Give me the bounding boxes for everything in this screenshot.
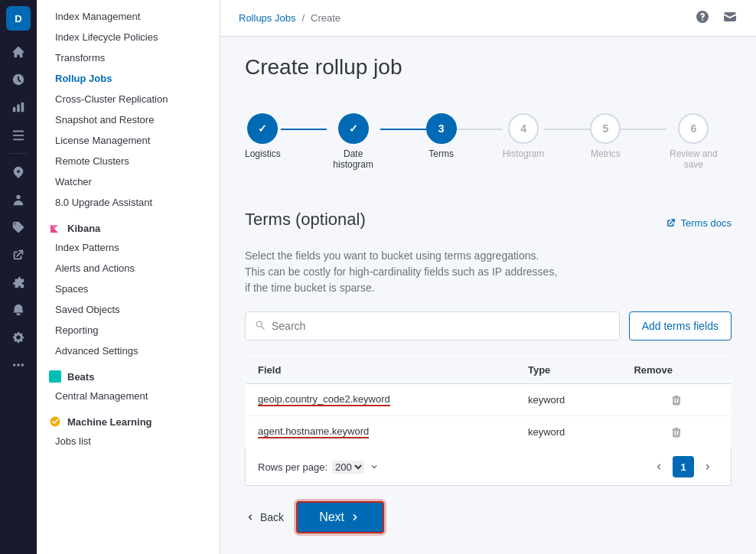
clock-icon[interactable] — [6, 67, 31, 92]
search-input-wrap — [245, 311, 620, 341]
kibana-logo-icon — [49, 222, 61, 234]
step-label-4: Histogram — [503, 148, 545, 159]
connector-4-5 — [544, 129, 590, 130]
step-date-histogram: ✓ Date histogram — [327, 113, 380, 170]
step-metrics: 5 Metrics — [590, 113, 621, 159]
step-histogram: 4 Histogram — [503, 113, 545, 159]
sidebar-item-index-lifecycle[interactable]: Index Lifecycle Policies — [37, 27, 220, 47]
terms-table: Field Type Remove geoip.country_code2.ke… — [245, 356, 732, 448]
table-header-row: Field Type Remove — [246, 357, 732, 384]
breadcrumb-parent[interactable]: Rollups Jobs — [239, 12, 295, 24]
step-label-2: Date histogram — [327, 148, 380, 170]
sidebar-item-central-management[interactable]: Central Management — [37, 386, 220, 406]
kibana-section-header: Kibana — [37, 213, 220, 237]
kibana-section-title: Kibana — [67, 223, 100, 234]
sidebar-item-upgrade[interactable]: 8.0 Upgrade Assistant — [37, 192, 220, 213]
col-remove: Remove — [621, 357, 731, 384]
step-circle-2: ✓ — [338, 113, 369, 144]
table-row: agent.hostname.keyword keyword — [246, 416, 732, 448]
step-circle-3: 3 — [426, 113, 457, 144]
search-input[interactable] — [272, 320, 610, 332]
bell-icon[interactable] — [6, 298, 31, 322]
terms-docs-link[interactable]: Terms docs — [666, 217, 732, 229]
svg-rect-0 — [51, 373, 59, 380]
sidebar-item-saved-objects[interactable]: Saved Objects — [37, 299, 220, 320]
terms-description: Select the fields you want to bucket usi… — [245, 248, 732, 296]
breadcrumb-separator: / — [301, 12, 305, 24]
add-terms-fields-button[interactable]: Add terms fields — [629, 311, 732, 341]
breadcrumb-current: Create — [311, 12, 341, 24]
beats-logo-icon — [49, 370, 61, 383]
sidebar-item-license[interactable]: License Management — [37, 130, 220, 151]
sidebar-item-advanced-settings[interactable]: Advanced Settings — [37, 341, 220, 361]
step-label-3: Terms — [429, 148, 454, 159]
stepper: ✓ Logistics ✓ Date histogram 3 Terms 4 H… — [245, 98, 732, 185]
person-icon[interactable] — [6, 187, 31, 212]
icon-bar: D — [0, 0, 37, 554]
step-label-6: Review and save — [666, 148, 720, 170]
home-icon[interactable] — [6, 40, 31, 64]
next-button[interactable]: Next — [296, 501, 384, 533]
search-row: Add terms fields — [245, 311, 732, 341]
chart-icon[interactable] — [6, 95, 31, 119]
back-arrow-icon — [245, 512, 256, 523]
sidebar-item-rollup-jobs[interactable]: Rollup Jobs — [37, 68, 220, 89]
sidebar-item-snapshot[interactable]: Snapshot and Restore — [37, 109, 220, 130]
page-title: Create rollup job — [245, 55, 732, 80]
remove-cell-2 — [621, 416, 731, 448]
col-field: Field — [246, 357, 516, 384]
sidebar-item-jobs-list[interactable]: Jobs list — [37, 431, 220, 451]
current-page[interactable]: 1 — [673, 456, 694, 477]
step-logistics: ✓ Logistics — [245, 113, 281, 159]
sidebar-item-alerts-actions[interactable]: Alerts and Actions — [37, 258, 220, 279]
ml-section-header: Machine Learning — [37, 406, 220, 431]
terms-title: Terms (optional) — [245, 210, 366, 230]
mail-icon[interactable] — [722, 9, 738, 27]
step-circle-6: 6 — [678, 113, 709, 144]
sidebar-item-reporting[interactable]: Reporting — [37, 320, 220, 341]
sidebar-item-index-patterns[interactable]: Index Patterns — [37, 237, 220, 258]
next-page-button[interactable] — [697, 456, 719, 477]
layers-icon[interactable] — [6, 122, 31, 147]
type-value-1: keyword — [516, 384, 621, 416]
rows-per-page-select[interactable]: 200 50 100 — [332, 461, 364, 474]
step-circle-4: 4 — [508, 113, 539, 144]
sidebar-item-transforms[interactable]: Transforms — [37, 47, 220, 68]
sidebar-item-cross-cluster[interactable]: Cross-Cluster Replication — [37, 89, 220, 109]
help-icon[interactable] — [695, 9, 710, 27]
col-type: Type — [516, 357, 621, 384]
step-circle-5: 5 — [590, 113, 621, 144]
divider — [9, 153, 28, 154]
gear-icon[interactable] — [6, 325, 31, 350]
sidebar-item-remote-clusters[interactable]: Remote Clusters — [37, 151, 220, 171]
field-value-2: agent.hostname.keyword — [246, 416, 516, 448]
remove-button-2[interactable] — [634, 426, 719, 438]
beats-section-header: Beats — [37, 361, 220, 386]
step-label-5: Metrics — [591, 148, 621, 159]
chevron-down-icon — [369, 461, 380, 472]
content-area: Create rollup job ✓ Logistics ✓ Date his… — [220, 37, 756, 552]
map-icon[interactable] — [6, 160, 31, 184]
sidebar-item-watcher[interactable]: Watcher — [37, 171, 220, 192]
next-arrow-icon — [349, 511, 361, 523]
sidebar-item-index-management[interactable]: Index Management — [37, 6, 220, 27]
breadcrumb: Rollups Jobs / Create — [239, 12, 341, 24]
puzzle-icon[interactable] — [6, 270, 31, 295]
terms-header: Terms (optional) Terms docs — [245, 210, 732, 236]
rows-per-page: Rows per page: 200 50 100 — [258, 461, 380, 474]
type-value-2: keyword — [516, 416, 621, 448]
user-avatar[interactable]: D — [6, 6, 31, 31]
step-circle-1: ✓ — [247, 113, 278, 144]
tag-icon[interactable] — [6, 215, 31, 240]
terms-docs-label: Terms docs — [681, 217, 732, 229]
back-button[interactable]: Back — [245, 511, 284, 523]
bottom-bar: Back Next — [245, 501, 732, 533]
dots-icon[interactable] — [6, 353, 31, 377]
topbar-icons — [695, 9, 738, 27]
main-content: Rollups Jobs / Create Create rollup job … — [220, 0, 756, 554]
prev-page-button[interactable] — [648, 456, 670, 477]
pagination: 1 — [648, 456, 719, 477]
remove-button-1[interactable] — [634, 394, 719, 406]
share-icon[interactable] — [6, 243, 31, 267]
sidebar-item-spaces[interactable]: Spaces — [37, 279, 220, 299]
